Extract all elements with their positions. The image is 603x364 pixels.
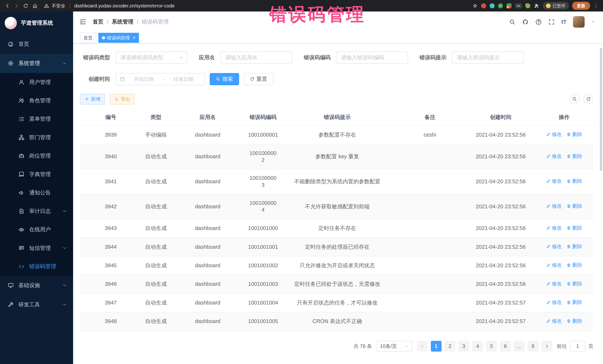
delete-link[interactable]: 删除 <box>567 318 582 325</box>
error-hint-input[interactable] <box>452 52 524 64</box>
page-button[interactable]: 6 <box>500 341 511 352</box>
edit-link[interactable]: 修改 <box>546 178 562 185</box>
edit-link[interactable]: 修改 <box>546 318 562 325</box>
sidebar-item[interactable]: 系统管理 <box>0 54 73 73</box>
delete-link[interactable]: 删除 <box>567 280 582 287</box>
sidebar-item[interactable]: 首页 <box>0 35 73 54</box>
kebab-menu-icon[interactable]: ⋮ <box>593 3 598 9</box>
edit-link[interactable]: 修改 <box>546 153 562 160</box>
reload-icon[interactable] <box>23 3 28 9</box>
app-logo-row[interactable]: 芋道管理系统 <box>0 11 73 34</box>
show-search-button[interactable] <box>570 94 580 104</box>
home-icon[interactable] <box>32 3 38 9</box>
sidebar-item[interactable]: 在线用户 <box>0 221 73 239</box>
next-page-button[interactable] <box>541 341 552 352</box>
bookmark-star-icon[interactable] <box>472 3 478 9</box>
extension-leaf-icon[interactable] <box>525 3 531 8</box>
edit-link[interactable]: 修改 <box>546 243 562 250</box>
edit-link[interactable]: 修改 <box>546 299 562 306</box>
edit-link[interactable]: 修改 <box>546 203 562 210</box>
font-size-icon[interactable]: tT <box>561 19 567 25</box>
page-button[interactable]: 8 <box>528 341 538 352</box>
extension-grid-icon[interactable] <box>507 3 511 8</box>
prev-page-button[interactable] <box>417 341 428 352</box>
edit-link[interactable]: 修改 <box>546 225 562 232</box>
hamburger-icon[interactable] <box>79 18 86 25</box>
sidebar-item[interactable]: 岗位管理 <box>0 147 73 165</box>
page-size-select[interactable]: 10条/页 <box>376 341 412 352</box>
sidebar-item[interactable]: 审计日志 <box>0 202 73 220</box>
page-button[interactable]: 5 <box>486 341 497 352</box>
add-button[interactable]: 新增 <box>80 94 105 105</box>
page-button[interactable]: 2 <box>445 341 455 352</box>
tab[interactable]: 错误码管理× <box>98 33 139 43</box>
sidebar-item[interactable]: 角色管理 <box>0 91 73 110</box>
back-icon[interactable] <box>5 3 10 9</box>
refresh-table-button[interactable] <box>583 94 593 104</box>
edit-link[interactable]: 修改 <box>546 280 562 287</box>
error-code-input[interactable] <box>336 52 408 64</box>
error-type-select[interactable]: 请选择错误码类型 <box>116 52 187 64</box>
tab[interactable]: 首页 <box>80 33 96 43</box>
delete-link[interactable]: 删除 <box>567 225 582 232</box>
extensions-puzzle-icon[interactable] <box>534 3 539 9</box>
date-range-picker[interactable]: 开始日期 - 结束日期 <box>116 73 205 85</box>
search-button[interactable]: 搜索 <box>210 73 239 85</box>
fullscreen-icon[interactable] <box>548 19 555 25</box>
sidebar-item[interactable]: 用户管理 <box>0 73 73 91</box>
question-icon[interactable] <box>535 19 542 25</box>
sidebar-item[interactable]: 错误码管理 <box>0 257 73 276</box>
delete-link[interactable]: 删除 <box>567 178 582 185</box>
export-button[interactable]: 导出 <box>110 94 135 105</box>
sidebar-item-label: 基础设施 <box>18 282 62 289</box>
user-avatar[interactable] <box>573 16 584 28</box>
edit-link[interactable]: 修改 <box>546 131 562 138</box>
breadcrumb-item[interactable]: 系统管理 <box>112 18 133 26</box>
chevron-up-icon <box>62 61 67 66</box>
address-bar[interactable]: 不安全 | dashboard.yudao.iocoder.cn/system/… <box>44 3 468 9</box>
search-icon <box>572 97 577 101</box>
edit-link[interactable]: 修改 <box>546 262 562 269</box>
paused-badge-label: 已暂停 <box>553 3 565 9</box>
extension-switch-icon[interactable]: on <box>515 3 522 8</box>
delete-link[interactable]: 删除 <box>567 203 582 210</box>
sidebar-item[interactable]: 基础设施 <box>0 276 73 295</box>
sidebar-item-label: 首页 <box>18 40 67 48</box>
goto-page: 前往 页 <box>557 341 593 352</box>
caret-down-icon[interactable] <box>591 20 595 24</box>
sidebar-item[interactable]: 短信管理 <box>0 239 73 257</box>
goto-page-input[interactable] <box>570 341 585 352</box>
scrollbar-thumb[interactable] <box>600 48 602 171</box>
sidebar-item[interactable]: 通知公告 <box>0 184 73 202</box>
extension-record-icon[interactable] <box>481 3 486 8</box>
breadcrumb-item[interactable]: 首页 <box>93 18 104 26</box>
sidebar-item[interactable]: 字典管理 <box>0 165 73 184</box>
paused-badge[interactable]: 已暂停 <box>543 2 569 10</box>
delete-link[interactable]: 删除 <box>567 262 582 269</box>
trash-icon <box>567 263 571 268</box>
page-button[interactable]: 3 <box>458 341 469 352</box>
github-icon[interactable] <box>522 19 529 25</box>
extension-teal-icon[interactable] <box>490 3 495 8</box>
close-icon[interactable]: × <box>133 35 136 40</box>
gear-icon <box>8 60 14 66</box>
delete-link[interactable]: 删除 <box>567 131 582 138</box>
delete-link[interactable]: 删除 <box>567 243 582 250</box>
sidebar-item[interactable]: 研发工具 <box>0 295 73 314</box>
app-name-input[interactable] <box>220 52 292 64</box>
sidebar-item[interactable]: 菜单管理 <box>0 110 73 128</box>
more-pages-button[interactable]: ... <box>514 341 524 352</box>
page-button[interactable]: 4 <box>472 341 483 352</box>
page-button[interactable]: 1 <box>431 341 441 352</box>
forward-icon[interactable] <box>14 3 19 9</box>
reset-button[interactable]: 重置 <box>244 73 273 85</box>
extension-check-icon[interactable]: ✓ <box>498 3 503 8</box>
page-url[interactable]: dashboard.yudao.iocoder.cn/system/error-… <box>74 3 174 9</box>
download-icon <box>114 97 119 101</box>
search-icon[interactable] <box>509 19 516 25</box>
sidebar-item[interactable]: 部门管理 <box>0 128 73 147</box>
cell-id: 3946 <box>80 275 141 293</box>
delete-link[interactable]: 删除 <box>567 299 582 306</box>
delete-link[interactable]: 删除 <box>567 153 582 160</box>
update-button[interactable]: 更新 <box>572 2 590 10</box>
